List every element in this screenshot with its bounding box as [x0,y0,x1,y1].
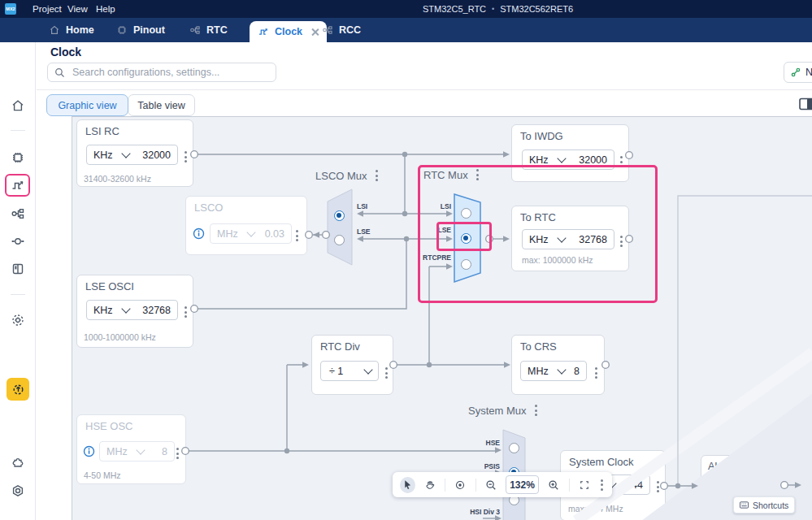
node-to-crs: To CRS MHz 8 [511,335,605,395]
sidebar-item-settings[interactable] [11,483,25,498]
kebab-menu-icon[interactable] [294,228,300,243]
search-input[interactable] [71,66,269,79]
system-mux-label: System Mux [468,403,539,418]
sidebar-item-update[interactable] [7,378,29,401]
kebab-menu-icon[interactable] [593,366,599,380]
target-icon [454,479,466,491]
zoom-out-button[interactable] [483,477,498,493]
sidebar-item-generate[interactable] [11,313,25,327]
node-lse-osci: LSE OSCI KHz 32768 1000-1000000 kHz [76,275,193,348]
icon-sidebar [0,42,36,520]
sidebar-divider [11,130,25,131]
unit: KHz [93,305,113,316]
kebab-menu-icon[interactable] [175,446,180,461]
chevron-down-icon [136,445,145,454]
lsco-frequency-select[interactable]: MHz 0.03 [210,223,292,244]
fullscreen-icon [579,479,590,491]
search-box[interactable] [47,63,276,82]
project-title: STM32C5_RTC • STM32C562RET6 [423,0,573,18]
graphic-view-button[interactable]: Graphic view [46,94,128,116]
chevron-down-icon [246,228,255,236]
pan-tool-button[interactable] [423,477,438,493]
sidebar-divider [11,294,25,295]
zoom-out-icon [485,479,497,491]
branch-icon [791,67,801,77]
to-crs-frequency-select[interactable]: MHz 8 [520,361,587,381]
kebab-menu-icon[interactable] [533,403,539,418]
cursor-icon [402,479,413,490]
unit: KHz [529,154,549,166]
menu-project[interactable]: Project [33,0,62,18]
rtc-div-select[interactable]: ÷ 1 [320,361,379,381]
system-mux-radio-hse[interactable] [509,443,519,453]
kebab-menu-icon[interactable] [655,479,661,494]
hse-osc-frequency-select[interactable]: MHz 8 [99,441,175,462]
tab-label: RCC [339,24,361,36]
tab-clock[interactable]: Clock [250,21,327,42]
info-icon[interactable] [193,228,205,243]
node-title: HSE OSC [85,420,133,432]
lse-radio-highlight [436,222,492,251]
title-separator: • [492,5,494,13]
center-view-button[interactable] [453,477,468,493]
sidebar-item-plugins[interactable] [11,454,25,469]
menu-view[interactable]: View [67,0,88,18]
keyboard-icon [740,501,749,509]
sidebar-item-home[interactable] [11,98,25,113]
kebab-menu-icon[interactable] [183,305,189,319]
node-title: To IWDG [520,130,563,142]
tab-pinout[interactable]: Pinout [116,18,165,42]
tab-label: Clock [275,26,302,37]
table-view-button[interactable]: Table view [128,94,195,116]
menu-help[interactable]: Help [96,0,115,18]
clock-signal-icon [258,26,269,37]
node-icon [11,234,25,249]
puzzle-icon [11,454,25,469]
home-icon [11,98,25,113]
lsco-mux-radio-lse[interactable] [334,235,345,245]
max-hint: max: 144 MHz [568,504,623,514]
system-mux-input-psis: PSIS [484,462,501,470]
app-logo: MX2 [5,3,16,15]
kebab-menu-icon[interactable] [374,168,380,183]
tab-label: RTC [206,24,228,36]
sidebar-item-board[interactable] [11,262,25,276]
value: 32000 [142,150,171,161]
kebab-menu-icon[interactable] [183,150,189,164]
shortcuts-chip[interactable]: Shortcuts [733,496,795,514]
sidebar-item-pinout[interactable] [11,150,25,165]
sidebar-item-signals[interactable] [11,234,25,249]
toolbar-more-button[interactable] [599,478,605,492]
search-icon [54,67,65,78]
sidebar-item-rcc[interactable] [11,206,25,221]
tab-rtc[interactable]: RTC [189,18,228,42]
node-lsi-rc: LSI RC KHz 32000 31400-32600 kHz [76,119,193,187]
kebab-menu-icon[interactable] [384,366,389,380]
node-title: LSCO [194,202,223,214]
lsco-mux-shape[interactable] [328,189,352,265]
node-hse-osc: HSE OSC MHz 8 4-50 MHz [76,414,186,484]
select-tool-button[interactable] [400,477,415,493]
update-arrow-icon [11,383,25,396]
close-tab-icon[interactable] [311,28,319,36]
zoom-level[interactable]: 132% [506,475,539,494]
clock-tree-canvas[interactable]: LSI LSE LSI LSE RTCPRE HSE PSIS HSI Div … [72,116,812,520]
lsco-mux-radio-lsi[interactable] [334,210,345,221]
lsi-rc-frequency-select[interactable]: KHz 32000 [86,145,178,165]
fit-view-button[interactable] [576,477,592,493]
lsco-mux-input-lsi: LSI [357,202,367,210]
unit: MHz [106,446,128,457]
page-title: Clock [50,46,81,58]
info-icon[interactable] [83,445,95,461]
unit: KHz [93,150,113,161]
tab-home[interactable]: Home [49,18,94,42]
new-config-button[interactable]: N [784,62,812,83]
toolbar-separator [445,479,445,492]
zoom-in-button[interactable] [546,477,562,493]
tab-rcc[interactable]: RCC [322,18,361,42]
value: 8 [162,446,167,457]
lse-osci-frequency-select[interactable]: KHz 32768 [86,300,178,320]
chevron-down-icon [557,365,566,374]
value: 8 [574,366,580,377]
panel-toggle-icon[interactable] [799,97,812,113]
